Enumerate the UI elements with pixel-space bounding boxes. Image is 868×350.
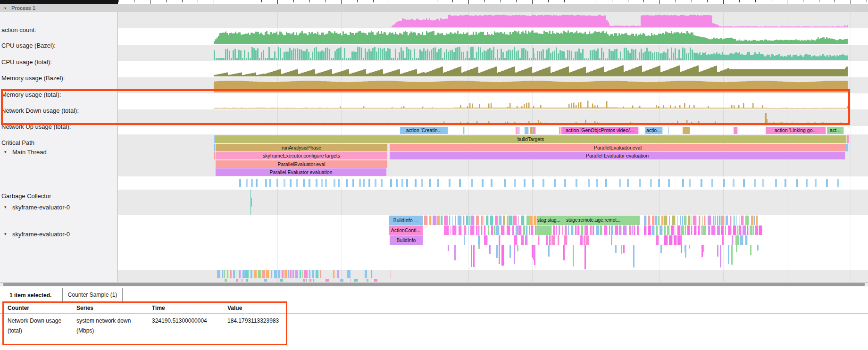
slice[interactable]	[704, 216, 706, 225]
gc-event-tick[interactable]	[785, 179, 786, 187]
slice[interactable]	[680, 216, 682, 225]
call-stack-spike[interactable]	[701, 245, 703, 257]
slice[interactable]	[556, 225, 557, 235]
slice-action-linking-go-[interactable]: action 'Linking go...	[766, 127, 826, 134]
slice[interactable]	[733, 225, 736, 235]
call-stack-spike[interactable]	[633, 245, 634, 267]
slice[interactable]	[531, 225, 533, 235]
slice[interactable]	[739, 225, 742, 235]
gc-event-tick[interactable]	[375, 179, 376, 187]
slice[interactable]	[441, 216, 442, 225]
gc-event-tick[interactable]	[296, 179, 298, 187]
slice[interactable]	[702, 225, 706, 235]
slice[interactable]	[350, 279, 351, 282]
gc-event-tick[interactable]	[359, 179, 361, 187]
slice[interactable]	[365, 270, 368, 278]
slice[interactable]	[538, 235, 540, 245]
gc-event-tick[interactable]	[542, 179, 544, 187]
slice[interactable]	[337, 270, 340, 278]
gc-event-tick[interactable]	[415, 179, 417, 187]
slice[interactable]	[687, 225, 690, 235]
collapse-arrow-icon[interactable]: ▾	[4, 232, 7, 236]
slice[interactable]	[495, 216, 498, 225]
cell-counter[interactable]: Network Down usage (total)	[8, 316, 67, 336]
slice-buildinfo-[interactable]: BuildInfo ...	[389, 216, 423, 225]
call-stack-spike[interactable]	[471, 245, 472, 267]
slice[interactable]	[309, 279, 312, 282]
gc-event-tick[interactable]	[658, 179, 660, 187]
slice[interactable]	[266, 270, 269, 278]
slice[interactable]	[683, 127, 690, 134]
track-label-main[interactable]: Main Thread	[12, 149, 47, 156]
gc-event-tick[interactable]	[491, 179, 492, 187]
slice[interactable]	[644, 225, 647, 235]
track-label-sky_b[interactable]: skyframe-evaluator-0	[12, 231, 70, 238]
gc-event-tick[interactable]	[576, 179, 577, 187]
slice[interactable]	[529, 225, 530, 235]
call-stack-spike[interactable]	[660, 245, 662, 253]
slice[interactable]	[677, 225, 681, 235]
gc-event-tick[interactable]	[668, 179, 670, 187]
slice[interactable]	[656, 225, 659, 235]
call-stack-spike[interactable]	[750, 245, 751, 255]
slice[interactable]	[669, 216, 670, 225]
slice[interactable]	[347, 270, 351, 278]
call-stack-spike[interactable]	[731, 245, 733, 265]
slice[interactable]	[559, 127, 561, 134]
call-stack-spike[interactable]	[499, 245, 500, 264]
gc-event-tick[interactable]	[265, 179, 267, 187]
slice[interactable]	[702, 216, 703, 225]
slice[interactable]	[699, 216, 701, 225]
slice[interactable]	[437, 216, 440, 225]
slice[interactable]	[717, 225, 720, 235]
slice[interactable]	[562, 225, 563, 235]
gc-event-tick[interactable]	[276, 179, 278, 187]
call-stack-spike[interactable]	[454, 245, 456, 260]
slice[interactable]	[717, 216, 718, 225]
slice[interactable]	[481, 225, 483, 235]
slice[interactable]	[468, 225, 470, 235]
call-stack-spike[interactable]	[757, 245, 759, 250]
gc-event-tick[interactable]	[796, 179, 798, 187]
gc-event-tick[interactable]	[524, 179, 526, 187]
slice[interactable]	[652, 225, 655, 235]
slice[interactable]	[455, 216, 456, 225]
slice[interactable]	[496, 225, 500, 235]
slice[interactable]	[735, 235, 739, 245]
gc-event-tick[interactable]	[743, 179, 745, 187]
call-stack-spike[interactable]	[533, 245, 534, 260]
slice[interactable]	[736, 216, 737, 225]
slice-parallelevaluator-eval[interactable]: ParallelEvaluator.eval	[390, 144, 846, 151]
slice[interactable]	[755, 225, 759, 235]
call-stack-spike[interactable]	[621, 245, 622, 254]
slice[interactable]	[669, 235, 673, 245]
slice[interactable]	[708, 225, 710, 235]
slice[interactable]	[288, 270, 290, 278]
gc-event-tick[interactable]	[290, 179, 292, 187]
gc-event-tick[interactable]	[689, 179, 691, 187]
gc-event-tick[interactable]	[309, 179, 310, 187]
call-stack-spike[interactable]	[685, 245, 686, 258]
slice[interactable]	[672, 216, 676, 225]
counter-chart-cpu_bazel[interactable]	[0, 30, 868, 44]
track-label-critical[interactable]: Critical Path	[1, 139, 34, 146]
gc-event-tick[interactable]	[564, 179, 566, 187]
slice[interactable]	[581, 225, 584, 235]
slice[interactable]	[464, 235, 465, 245]
call-stack-spike[interactable]	[615, 245, 617, 253]
slice[interactable]	[290, 270, 292, 278]
slice[interactable]	[535, 225, 536, 235]
slice[interactable]	[230, 270, 232, 278]
slice[interactable]	[451, 225, 452, 235]
slice[interactable]	[596, 225, 600, 235]
track-label-sky_a[interactable]: skyframe-evaluator-0	[12, 204, 70, 211]
slice[interactable]	[685, 225, 686, 235]
slice[interactable]	[745, 235, 748, 245]
gc-event-tick[interactable]	[762, 179, 764, 187]
slice[interactable]	[734, 216, 735, 225]
slice[interactable]	[682, 216, 684, 225]
slice[interactable]	[751, 216, 754, 225]
slice[interactable]	[609, 225, 611, 235]
slice[interactable]	[254, 270, 257, 278]
slice[interactable]	[619, 225, 622, 235]
